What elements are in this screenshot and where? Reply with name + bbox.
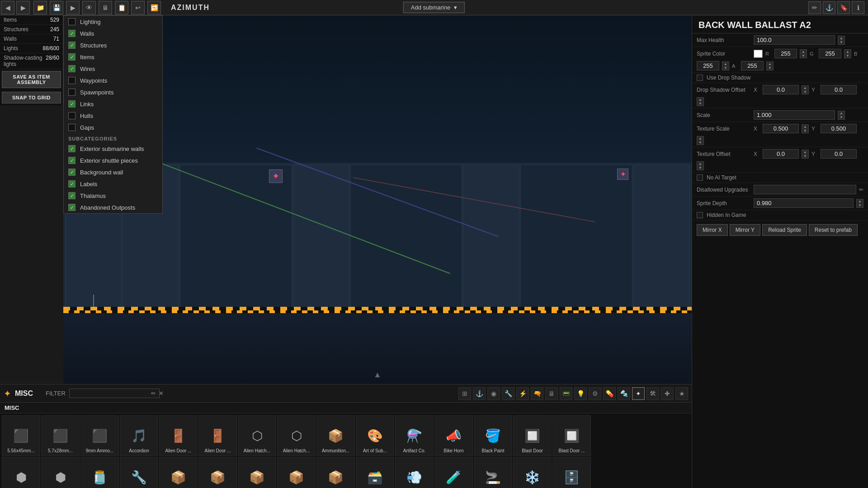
cat-anchor-icon[interactable]: ⚓ bbox=[473, 387, 486, 400]
menu-item-spawnpoints[interactable]: Spawnpoints bbox=[64, 86, 162, 98]
cat-screen-icon[interactable]: 🖥 bbox=[545, 387, 558, 400]
nav-back-button[interactable]: ◀ bbox=[1, 1, 14, 14]
cat-grid-icon[interactable]: ⊞ bbox=[458, 387, 471, 400]
item-alien-door1[interactable]: 🚪 Alien Door ... bbox=[159, 415, 198, 456]
a-spinner[interactable]: ▲ ▼ bbox=[766, 61, 774, 70]
tsy-up[interactable]: ▲ bbox=[697, 136, 703, 141]
save-assembly-button[interactable]: SAVE AS ITEM ASSEMBLY bbox=[2, 71, 61, 88]
item-cargo-com4[interactable]: 📦 Cargo Com... bbox=[277, 457, 316, 488]
menu-item-lighting[interactable]: Lighting bbox=[64, 16, 162, 28]
item-cargo-com5[interactable]: 📦 Cargo Com... bbox=[316, 457, 355, 488]
drop-shadow-y-spinner[interactable]: ▲ ▼ bbox=[697, 97, 704, 106]
item-alien-door2[interactable]: 🚪 Alien Door ... bbox=[198, 415, 237, 456]
lighting-checkbox[interactable] bbox=[68, 18, 75, 25]
sprite-color-a-input[interactable] bbox=[741, 61, 764, 70]
subcat-thalamus[interactable]: ✓ Thalamus bbox=[64, 190, 162, 202]
cat-cross-icon[interactable]: ✚ bbox=[661, 387, 674, 400]
screen-button[interactable]: 🖥 bbox=[99, 1, 112, 14]
dsy-down[interactable]: ▼ bbox=[697, 102, 703, 106]
max-health-up-arrow[interactable]: ▲ bbox=[838, 36, 844, 40]
open-folder-button[interactable]: 📁 bbox=[33, 1, 47, 14]
cat-light-icon[interactable]: 💡 bbox=[574, 387, 587, 400]
tox-down[interactable]: ▼ bbox=[802, 154, 808, 158]
pencil-button[interactable]: ✏ bbox=[808, 1, 821, 14]
tsx-up[interactable]: ▲ bbox=[802, 125, 808, 129]
item-cargo-com3[interactable]: 📦 Cargo Com... bbox=[238, 457, 276, 488]
filter-pencil-icon[interactable]: ✏ bbox=[151, 390, 156, 397]
cat-misc-icon[interactable]: ✦ bbox=[632, 387, 645, 400]
scale-down[interactable]: ▼ bbox=[838, 115, 844, 119]
item-chemical-cr[interactable]: 🧪 Chemical Cr... bbox=[434, 457, 473, 488]
item-chaff-depth[interactable]: 💨 Chaff Depth... bbox=[395, 457, 434, 488]
item-alien-hatch2[interactable]: ⬡ Alien Hatch... bbox=[277, 415, 316, 456]
item-blue-paint[interactable]: 🫙 Blue Paint bbox=[80, 457, 119, 488]
wires-checkbox[interactable]: ✓ bbox=[68, 65, 75, 72]
gaps-checkbox[interactable] bbox=[68, 124, 75, 131]
use-drop-shadow-checkbox[interactable] bbox=[697, 75, 703, 81]
exterior-sub-walls-checkbox[interactable]: ✓ bbox=[68, 145, 75, 152]
view-button[interactable]: 👁 bbox=[82, 1, 96, 14]
scale-input[interactable] bbox=[754, 110, 835, 120]
dsy-up[interactable]: ▲ bbox=[697, 98, 703, 102]
links-checkbox[interactable]: ✓ bbox=[68, 100, 75, 108]
drop-shadow-x-input[interactable] bbox=[763, 85, 799, 94]
tex-offset-x-spinner[interactable]: ▲ ▼ bbox=[802, 150, 809, 159]
cat-gear-icon[interactable]: ⚙ bbox=[589, 387, 601, 400]
menu-item-items[interactable]: ✓ Items bbox=[64, 51, 162, 63]
sprite-depth-spinner[interactable]: ▲ ▼ bbox=[856, 199, 863, 208]
item-blast-door1[interactable]: 🔲 Blast Door bbox=[513, 415, 552, 456]
item-ammo-556[interactable]: ⬛ 5.56x45mm... bbox=[2, 415, 40, 456]
cat-gun-icon[interactable]: 🔫 bbox=[531, 387, 543, 400]
texture-scale-x-input[interactable] bbox=[763, 124, 799, 133]
toy-up[interactable]: ▲ bbox=[697, 162, 703, 166]
info-button[interactable]: ℹ bbox=[852, 1, 864, 14]
item-blast-door2[interactable]: 🔲 Blast Door ... bbox=[552, 415, 591, 456]
waypoints-checkbox[interactable] bbox=[68, 77, 75, 84]
abandoned-outposts-checkbox[interactable]: ✓ bbox=[68, 204, 75, 211]
edit-upgrades-icon[interactable]: ✏ bbox=[859, 187, 863, 193]
r-up[interactable]: ▲ bbox=[800, 50, 807, 54]
menu-item-links[interactable]: ✓ Links bbox=[64, 98, 162, 110]
cat-pill-icon[interactable]: 💊 bbox=[603, 387, 616, 400]
reset-to-prefab-button[interactable]: Reset to prefab bbox=[809, 224, 858, 236]
tex-scale-x-spinner[interactable]: ▲ ▼ bbox=[802, 124, 809, 133]
sprite-color-r-input[interactable] bbox=[774, 49, 797, 58]
g-spinner[interactable]: ▲ ▼ bbox=[844, 49, 851, 58]
item-ammunition[interactable]: 📦 Ammunition... bbox=[316, 415, 355, 456]
cat-bolt-icon[interactable]: 🔩 bbox=[618, 387, 630, 400]
item-blast-hatch2[interactable]: ⬢ Blast Hatc... bbox=[41, 457, 80, 488]
b-up[interactable]: ▲ bbox=[722, 62, 729, 66]
item-accordion[interactable]: 🎵 Accordion bbox=[120, 415, 158, 456]
item-alien-hatch1[interactable]: ⬡ Alien Hatch... bbox=[238, 415, 276, 456]
background-wall-checkbox[interactable]: ✓ bbox=[68, 169, 75, 176]
play-button[interactable]: ▶ bbox=[66, 1, 80, 14]
structures-checkbox[interactable]: ✓ bbox=[68, 42, 75, 49]
hulls-checkbox[interactable] bbox=[68, 112, 75, 119]
dsx-up[interactable]: ▲ bbox=[802, 86, 808, 90]
menu-item-gaps[interactable]: Gaps bbox=[64, 122, 162, 133]
no-ai-target-checkbox[interactable] bbox=[697, 174, 703, 181]
bookmark-button[interactable]: 🔖 bbox=[837, 1, 850, 14]
item-bike-horn[interactable]: 📣 Bike Horn bbox=[434, 415, 473, 456]
dsx-down[interactable]: ▼ bbox=[802, 90, 808, 94]
drop-shadow-y-input[interactable] bbox=[821, 85, 857, 94]
sprite-color-g-input[interactable] bbox=[819, 49, 841, 58]
item-crate-rack[interactable]: 🗄️ Crate Rack bbox=[552, 457, 591, 488]
add-submarine-button[interactable]: Add submarine ▾ bbox=[403, 2, 465, 13]
sprite-color-b-input[interactable] bbox=[697, 61, 719, 70]
b-spinner[interactable]: ▲ ▼ bbox=[722, 61, 729, 70]
scroll-up-indicator[interactable]: ▲ bbox=[373, 370, 382, 380]
cat-lightning-icon[interactable]: ⚡ bbox=[516, 387, 529, 400]
filter-clear-icon[interactable]: ✕ bbox=[159, 390, 164, 397]
spawnpoints-checkbox[interactable] bbox=[68, 89, 75, 96]
item-cargo-crate[interactable]: 🗃️ Cargo Crate... bbox=[356, 457, 394, 488]
sd-down[interactable]: ▼ bbox=[857, 203, 863, 207]
scale-spinner[interactable]: ▲ ▼ bbox=[838, 111, 845, 120]
cat-wrench-icon[interactable]: 🔧 bbox=[502, 387, 514, 400]
tsy-down[interactable]: ▼ bbox=[697, 141, 703, 145]
cat-star-icon[interactable]: ★ bbox=[675, 387, 688, 400]
sd-up[interactable]: ▲ bbox=[857, 199, 863, 203]
subcat-exterior-shuttle[interactable]: ✓ Exterior shuttle pieces bbox=[64, 155, 162, 166]
reload-sprite-button[interactable]: Reload Sprite bbox=[762, 224, 807, 236]
item-ammo-57[interactable]: ⬛ 5.7x28mm... bbox=[41, 415, 80, 456]
